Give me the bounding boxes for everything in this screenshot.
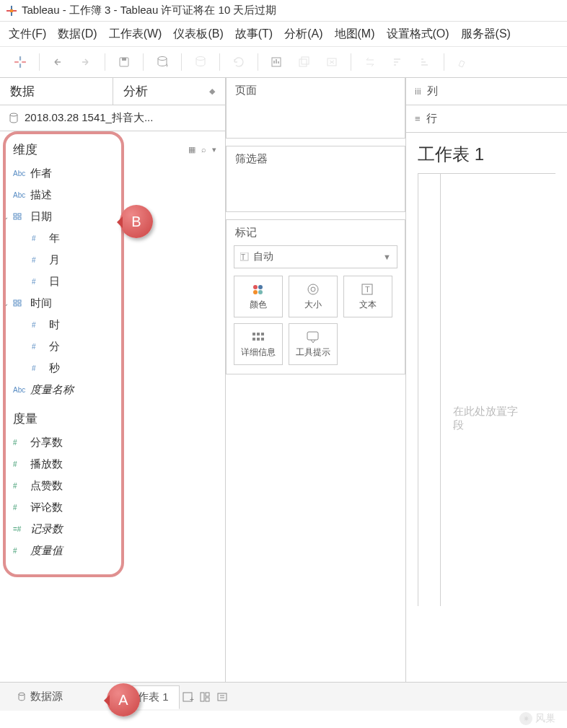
new-story-icon[interactable]: [214, 688, 232, 706]
save-button[interactable]: [111, 51, 137, 74]
svg-rect-3: [13, 10, 17, 12]
chevron-down-icon[interactable]: ⌄: [3, 213, 9, 221]
marks-color-button[interactable]: 颜色: [234, 276, 283, 317]
new-datasource-button[interactable]: +: [149, 51, 175, 74]
text-icon: T: [361, 283, 375, 296]
svg-rect-48: [206, 693, 209, 696]
field-author[interactable]: Abc作者: [0, 162, 225, 184]
title-bar: Tableau - 工作簿 3 - Tableau 许可证将在 10 天后过期: [0, 0, 567, 22]
menu-file[interactable]: 文件(F): [6, 24, 49, 45]
marks-type-dropdown[interactable]: T自动 ▼: [234, 245, 397, 268]
tab-datasource[interactable]: 数据源: [7, 685, 73, 708]
menu-story[interactable]: 故事(T): [232, 24, 276, 45]
tab-data[interactable]: 数据: [0, 78, 113, 105]
menu-server[interactable]: 服务器(S): [458, 24, 514, 45]
svg-rect-39: [261, 333, 264, 336]
svg-rect-15: [299, 59, 307, 66]
field-records[interactable]: =#记录数: [0, 518, 225, 540]
field-plays[interactable]: #播放数: [0, 453, 225, 475]
svg-text:+: +: [190, 696, 194, 703]
annotation-badge-a: A: [107, 683, 140, 716]
menu-map[interactable]: 地图(M): [332, 24, 378, 45]
svg-rect-23: [14, 300, 17, 302]
redo-button[interactable]: [73, 51, 99, 74]
fields-menu-icon[interactable]: ▾: [212, 145, 216, 154]
svg-point-44: [19, 693, 25, 696]
svg-rect-16: [302, 57, 309, 64]
field-month[interactable]: #月: [0, 249, 225, 271]
field-likes[interactable]: #点赞数: [0, 475, 225, 496]
view-list-icon[interactable]: ▦: [188, 145, 195, 154]
field-second[interactable]: #秒: [0, 357, 225, 379]
measures-header: 度量: [0, 400, 225, 431]
field-shares[interactable]: #分享数: [0, 431, 225, 453]
menu-bar: 文件(F) 数据(D) 工作表(W) 仪表板(B) 故事(T) 分析(A) 地图…: [0, 22, 567, 46]
tableau-home-icon[interactable]: [7, 51, 33, 74]
svg-point-29: [253, 285, 258, 289]
marks-tooltip-button[interactable]: 工具提示: [289, 323, 338, 365]
datasource-item[interactable]: 2018.03.28 1541_抖音大...: [0, 105, 225, 131]
field-year[interactable]: #年: [0, 227, 225, 249]
rows-icon: ≡: [415, 113, 421, 124]
marks-size-button[interactable]: 大小: [289, 276, 338, 317]
new-worksheet-button[interactable]: [264, 51, 290, 74]
field-description[interactable]: Abc描述: [0, 184, 225, 206]
svg-point-32: [258, 290, 263, 294]
svg-point-11: [158, 57, 167, 61]
swap-button[interactable]: [357, 51, 383, 74]
drop-hint: 在此处放置字段: [453, 405, 522, 432]
svg-rect-2: [6, 10, 10, 12]
dimensions-list: Abc作者 Abc描述 ⌄日期 #年 #月 #日 ⌄时间 #时 #分 #秒 Ab…: [0, 162, 225, 400]
tooltip-icon: [306, 330, 320, 343]
sort-desc-button[interactable]: [412, 51, 438, 74]
field-measure-names[interactable]: Abc度量名称: [0, 379, 225, 400]
refresh-button[interactable]: [226, 51, 252, 74]
svg-point-34: [311, 287, 315, 291]
clear-button[interactable]: [319, 51, 345, 74]
pages-card[interactable]: 页面: [226, 78, 405, 139]
toolbar: +: [0, 46, 567, 78]
sort-asc-button[interactable]: [384, 51, 410, 74]
undo-button[interactable]: [45, 51, 71, 74]
field-comments[interactable]: #评论数: [0, 496, 225, 518]
columns-icon: iii: [415, 86, 421, 97]
field-measure-values[interactable]: #度量值: [0, 540, 225, 561]
measures-list: #分享数 #播放数 #点赞数 #评论数 =#记录数 #度量值: [0, 431, 225, 561]
columns-shelf[interactable]: iii列: [406, 78, 567, 105]
svg-rect-5: [19, 56, 21, 61]
pages-title: 页面: [227, 78, 405, 103]
svg-rect-49: [206, 698, 209, 701]
filters-card[interactable]: 筛选器: [226, 146, 405, 212]
menu-dashboard[interactable]: 仪表板(B): [170, 24, 226, 45]
drop-canvas[interactable]: 在此处放置字段: [418, 173, 555, 606]
annotation-badge-b: B: [120, 205, 153, 238]
marks-text-button[interactable]: T文本: [343, 276, 392, 317]
menu-analysis[interactable]: 分析(A): [281, 24, 325, 45]
svg-rect-50: [218, 693, 227, 701]
highlight-button[interactable]: [450, 51, 476, 74]
svg-rect-7: [14, 61, 19, 63]
field-hour[interactable]: #时: [0, 314, 225, 336]
new-worksheet-icon[interactable]: +: [180, 688, 197, 706]
menu-worksheet[interactable]: 工作表(W): [106, 24, 165, 45]
menu-format[interactable]: 设置格式(O): [384, 24, 452, 45]
rows-shelf[interactable]: ≡行: [406, 105, 567, 133]
new-dashboard-icon[interactable]: [197, 688, 214, 706]
worksheet-view[interactable]: 工作表 1 在此处放置字段: [406, 133, 567, 691]
svg-rect-26: [18, 304, 21, 306]
pause-auto-updates-button[interactable]: [188, 51, 214, 74]
svg-rect-6: [19, 63, 21, 68]
search-fields-icon[interactable]: ⌕: [201, 145, 206, 154]
field-day[interactable]: #日: [0, 271, 225, 292]
svg-rect-22: [18, 217, 21, 219]
field-time-group[interactable]: ⌄时间: [0, 292, 225, 314]
svg-rect-10: [122, 58, 126, 61]
text-icon: T: [240, 253, 249, 261]
color-icon: [251, 283, 265, 296]
tab-analytics[interactable]: 分析◆: [113, 78, 226, 105]
field-minute[interactable]: #分: [0, 336, 225, 357]
duplicate-button[interactable]: [291, 51, 317, 74]
marks-detail-button[interactable]: 详细信息: [234, 323, 283, 365]
chevron-down-icon[interactable]: ⌄: [3, 299, 9, 307]
menu-data[interactable]: 数据(D): [55, 24, 100, 45]
